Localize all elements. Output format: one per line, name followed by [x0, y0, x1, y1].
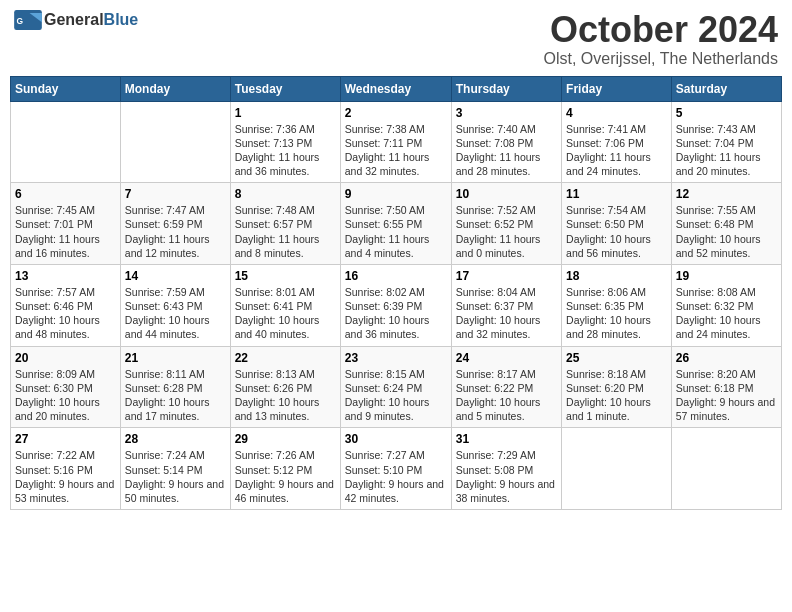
day-info: Sunrise: 8:08 AM Sunset: 6:32 PM Dayligh… — [676, 285, 777, 342]
day-of-week-header: Saturday — [671, 76, 781, 101]
calendar-day-cell: 16Sunrise: 8:02 AM Sunset: 6:39 PM Dayli… — [340, 264, 451, 346]
page-header: G GeneralBlue October 2024 Olst, Overijs… — [10, 10, 782, 68]
day-number: 20 — [15, 351, 116, 365]
day-info: Sunrise: 8:15 AM Sunset: 6:24 PM Dayligh… — [345, 367, 447, 424]
day-number: 25 — [566, 351, 667, 365]
calendar-day-cell — [120, 101, 230, 183]
calendar-week-row: 6Sunrise: 7:45 AM Sunset: 7:01 PM Daylig… — [11, 183, 782, 265]
day-number: 10 — [456, 187, 557, 201]
day-info: Sunrise: 8:17 AM Sunset: 6:22 PM Dayligh… — [456, 367, 557, 424]
calendar-day-cell: 6Sunrise: 7:45 AM Sunset: 7:01 PM Daylig… — [11, 183, 121, 265]
calendar-day-cell: 2Sunrise: 7:38 AM Sunset: 7:11 PM Daylig… — [340, 101, 451, 183]
day-info: Sunrise: 7:40 AM Sunset: 7:08 PM Dayligh… — [456, 122, 557, 179]
day-of-week-header: Monday — [120, 76, 230, 101]
calendar-week-row: 27Sunrise: 7:22 AM Sunset: 5:16 PM Dayli… — [11, 428, 782, 510]
calendar-day-cell: 21Sunrise: 8:11 AM Sunset: 6:28 PM Dayli… — [120, 346, 230, 428]
day-info: Sunrise: 7:36 AM Sunset: 7:13 PM Dayligh… — [235, 122, 336, 179]
day-info: Sunrise: 7:54 AM Sunset: 6:50 PM Dayligh… — [566, 203, 667, 260]
calendar-day-cell: 8Sunrise: 7:48 AM Sunset: 6:57 PM Daylig… — [230, 183, 340, 265]
calendar-day-cell: 12Sunrise: 7:55 AM Sunset: 6:48 PM Dayli… — [671, 183, 781, 265]
day-info: Sunrise: 7:38 AM Sunset: 7:11 PM Dayligh… — [345, 122, 447, 179]
day-info: Sunrise: 8:01 AM Sunset: 6:41 PM Dayligh… — [235, 285, 336, 342]
calendar-day-cell: 13Sunrise: 7:57 AM Sunset: 6:46 PM Dayli… — [11, 264, 121, 346]
day-info: Sunrise: 7:50 AM Sunset: 6:55 PM Dayligh… — [345, 203, 447, 260]
day-number: 6 — [15, 187, 116, 201]
calendar-day-cell: 19Sunrise: 8:08 AM Sunset: 6:32 PM Dayli… — [671, 264, 781, 346]
day-info: Sunrise: 7:48 AM Sunset: 6:57 PM Dayligh… — [235, 203, 336, 260]
day-number: 27 — [15, 432, 116, 446]
day-info: Sunrise: 7:41 AM Sunset: 7:06 PM Dayligh… — [566, 122, 667, 179]
day-info: Sunrise: 8:20 AM Sunset: 6:18 PM Dayligh… — [676, 367, 777, 424]
day-number: 9 — [345, 187, 447, 201]
day-number: 17 — [456, 269, 557, 283]
day-info: Sunrise: 7:27 AM Sunset: 5:10 PM Dayligh… — [345, 448, 447, 505]
day-info: Sunrise: 7:24 AM Sunset: 5:14 PM Dayligh… — [125, 448, 226, 505]
day-info: Sunrise: 7:57 AM Sunset: 6:46 PM Dayligh… — [15, 285, 116, 342]
day-of-week-header: Wednesday — [340, 76, 451, 101]
day-number: 28 — [125, 432, 226, 446]
day-number: 19 — [676, 269, 777, 283]
calendar-body: 1Sunrise: 7:36 AM Sunset: 7:13 PM Daylig… — [11, 101, 782, 509]
calendar-day-cell: 27Sunrise: 7:22 AM Sunset: 5:16 PM Dayli… — [11, 428, 121, 510]
calendar-day-cell: 28Sunrise: 7:24 AM Sunset: 5:14 PM Dayli… — [120, 428, 230, 510]
svg-text:G: G — [16, 16, 23, 26]
day-info: Sunrise: 8:09 AM Sunset: 6:30 PM Dayligh… — [15, 367, 116, 424]
calendar-day-cell: 30Sunrise: 7:27 AM Sunset: 5:10 PM Dayli… — [340, 428, 451, 510]
calendar-day-cell: 22Sunrise: 8:13 AM Sunset: 6:26 PM Dayli… — [230, 346, 340, 428]
day-info: Sunrise: 7:26 AM Sunset: 5:12 PM Dayligh… — [235, 448, 336, 505]
day-of-week-header: Thursday — [451, 76, 561, 101]
day-number: 1 — [235, 106, 336, 120]
day-info: Sunrise: 8:13 AM Sunset: 6:26 PM Dayligh… — [235, 367, 336, 424]
calendar-week-row: 1Sunrise: 7:36 AM Sunset: 7:13 PM Daylig… — [11, 101, 782, 183]
day-info: Sunrise: 7:45 AM Sunset: 7:01 PM Dayligh… — [15, 203, 116, 260]
calendar-day-cell: 23Sunrise: 8:15 AM Sunset: 6:24 PM Dayli… — [340, 346, 451, 428]
calendar-day-cell: 20Sunrise: 8:09 AM Sunset: 6:30 PM Dayli… — [11, 346, 121, 428]
day-info: Sunrise: 8:11 AM Sunset: 6:28 PM Dayligh… — [125, 367, 226, 424]
title-block: October 2024 Olst, Overijssel, The Nethe… — [544, 10, 778, 68]
day-of-week-header: Sunday — [11, 76, 121, 101]
day-number: 2 — [345, 106, 447, 120]
logo: G GeneralBlue — [14, 10, 138, 30]
day-info: Sunrise: 7:55 AM Sunset: 6:48 PM Dayligh… — [676, 203, 777, 260]
day-number: 22 — [235, 351, 336, 365]
day-number: 3 — [456, 106, 557, 120]
calendar-day-cell: 31Sunrise: 7:29 AM Sunset: 5:08 PM Dayli… — [451, 428, 561, 510]
day-number: 30 — [345, 432, 447, 446]
day-info: Sunrise: 8:04 AM Sunset: 6:37 PM Dayligh… — [456, 285, 557, 342]
day-number: 12 — [676, 187, 777, 201]
day-number: 13 — [15, 269, 116, 283]
day-info: Sunrise: 7:22 AM Sunset: 5:16 PM Dayligh… — [15, 448, 116, 505]
calendar-day-cell: 3Sunrise: 7:40 AM Sunset: 7:08 PM Daylig… — [451, 101, 561, 183]
calendar-day-cell — [562, 428, 672, 510]
day-number: 7 — [125, 187, 226, 201]
calendar-day-cell: 24Sunrise: 8:17 AM Sunset: 6:22 PM Dayli… — [451, 346, 561, 428]
day-number: 18 — [566, 269, 667, 283]
day-of-week-header: Friday — [562, 76, 672, 101]
logo-icon: G — [14, 10, 42, 30]
day-info: Sunrise: 7:47 AM Sunset: 6:59 PM Dayligh… — [125, 203, 226, 260]
day-info: Sunrise: 8:18 AM Sunset: 6:20 PM Dayligh… — [566, 367, 667, 424]
day-info: Sunrise: 7:59 AM Sunset: 6:43 PM Dayligh… — [125, 285, 226, 342]
calendar-day-cell: 10Sunrise: 7:52 AM Sunset: 6:52 PM Dayli… — [451, 183, 561, 265]
calendar-day-cell: 17Sunrise: 8:04 AM Sunset: 6:37 PM Dayli… — [451, 264, 561, 346]
day-number: 24 — [456, 351, 557, 365]
day-number: 29 — [235, 432, 336, 446]
day-number: 31 — [456, 432, 557, 446]
day-info: Sunrise: 7:52 AM Sunset: 6:52 PM Dayligh… — [456, 203, 557, 260]
calendar-day-cell: 7Sunrise: 7:47 AM Sunset: 6:59 PM Daylig… — [120, 183, 230, 265]
day-number: 21 — [125, 351, 226, 365]
day-info: Sunrise: 8:06 AM Sunset: 6:35 PM Dayligh… — [566, 285, 667, 342]
calendar-day-cell: 9Sunrise: 7:50 AM Sunset: 6:55 PM Daylig… — [340, 183, 451, 265]
calendar-table: SundayMondayTuesdayWednesdayThursdayFrid… — [10, 76, 782, 510]
month-title: October 2024 — [544, 10, 778, 50]
day-number: 26 — [676, 351, 777, 365]
calendar-day-cell — [11, 101, 121, 183]
calendar-week-row: 13Sunrise: 7:57 AM Sunset: 6:46 PM Dayli… — [11, 264, 782, 346]
calendar-day-cell: 5Sunrise: 7:43 AM Sunset: 7:04 PM Daylig… — [671, 101, 781, 183]
calendar-day-cell: 1Sunrise: 7:36 AM Sunset: 7:13 PM Daylig… — [230, 101, 340, 183]
calendar-header-row: SundayMondayTuesdayWednesdayThursdayFrid… — [11, 76, 782, 101]
day-info: Sunrise: 8:02 AM Sunset: 6:39 PM Dayligh… — [345, 285, 447, 342]
day-info: Sunrise: 7:29 AM Sunset: 5:08 PM Dayligh… — [456, 448, 557, 505]
day-number: 8 — [235, 187, 336, 201]
day-number: 15 — [235, 269, 336, 283]
